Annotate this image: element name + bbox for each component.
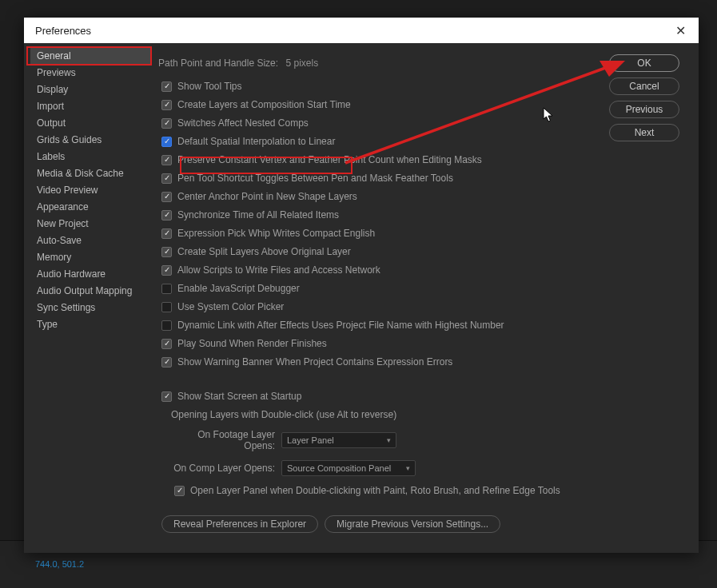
double-click-subtitle: Opening Layers with Double-click (use Al… (171, 409, 691, 420)
checkbox-label: Expression Pick Whip Writes Compact Engl… (177, 228, 375, 239)
sidebar-item-labels[interactable]: Labels (30, 149, 150, 165)
checkbox-icon (161, 302, 172, 312)
comp-layer-select[interactable]: Source Composition Panel ▾ (281, 460, 416, 476)
ok-button[interactable]: OK (609, 54, 679, 72)
checkbox-icon (161, 265, 172, 276)
checkbox-icon (161, 391, 172, 402)
sidebar-item-import[interactable]: Import (30, 98, 150, 115)
checkbox-label: Dynamic Link with After Effects Uses Pro… (177, 320, 504, 331)
sidebar-item-display[interactable]: Display (30, 81, 150, 98)
checkbox-icon (161, 137, 172, 147)
previous-button[interactable]: Previous (609, 101, 679, 118)
checkbox-label: Synchronize Time of All Related Items (177, 209, 339, 220)
select-value: Source Composition Panel (287, 463, 391, 473)
option-checkbox-9[interactable]: Create Split Layers Above Original Layer (161, 246, 691, 257)
checkbox-label: Pen Tool Shortcut Toggles Between Pen an… (177, 173, 453, 184)
sidebar-item-audio-output-mapping[interactable]: Audio Output Mapping (30, 283, 150, 300)
option-checkbox-6[interactable]: Center Anchor Point in New Shape Layers (161, 191, 691, 202)
sidebar-item-video-preview[interactable]: Video Preview (30, 182, 150, 199)
checkbox-label: Create Split Layers Above Original Layer (177, 246, 351, 257)
checkbox-icon (161, 247, 172, 257)
option-checkbox-10[interactable]: Allow Scripts to Write Files and Access … (161, 264, 691, 276)
select-value: Layer Panel (287, 435, 334, 445)
dialog-action-buttons: OK Cancel Previous Next (609, 54, 687, 147)
close-icon: ✕ (675, 23, 686, 38)
checkbox-label: Show Tool Tips (177, 81, 242, 92)
preferences-content: OK Cancel Previous Next Path Point and H… (150, 43, 699, 553)
sidebar-item-appearance[interactable]: Appearance (30, 199, 150, 216)
option-checkbox-5[interactable]: Pen Tool Shortcut Toggles Between Pen an… (161, 173, 691, 184)
option-checkbox-15[interactable]: Show Warning Banner When Project Contain… (161, 356, 691, 368)
path-point-value[interactable]: 5 pixels (285, 58, 318, 69)
comp-layer-label: On Comp Layer Opens: (173, 463, 281, 474)
sidebar-item-memory[interactable]: Memory (30, 249, 150, 266)
sidebar-item-media-disk-cache[interactable]: Media & Disk Cache (30, 165, 150, 182)
preferences-sidebar: GeneralPreviewsDisplayImportOutputGrids … (24, 43, 150, 553)
next-button[interactable]: Next (609, 124, 679, 141)
checkbox-icon (161, 339, 172, 349)
sidebar-item-new-project[interactable]: New Project (30, 216, 150, 232)
checkbox-icon (161, 81, 172, 92)
option-checkbox-4[interactable]: Preserve Constant Vertex and Feather Poi… (161, 154, 691, 165)
sidebar-item-sync-settings[interactable]: Sync Settings (30, 300, 150, 316)
close-button[interactable]: ✕ (671, 22, 689, 39)
option-checkbox-8[interactable]: Expression Pick Whip Writes Compact Engl… (161, 228, 691, 239)
option-checkbox-13[interactable]: Dynamic Link with After Effects Uses Pro… (161, 320, 691, 331)
preferences-dialog: Preferences ✕ GeneralPreviewsDisplayImpo… (24, 18, 699, 553)
checkbox-icon (161, 320, 172, 331)
path-point-label: Path Point and Handle Size: (158, 58, 278, 69)
checkbox-icon (161, 118, 172, 129)
checkbox-icon (161, 357, 172, 368)
checkbox-icon (161, 155, 172, 165)
checkbox-icon (161, 173, 172, 184)
timeline-coordinates: 744.0, 501.2 (35, 559, 84, 569)
checkbox-icon (161, 284, 172, 294)
checkbox-label: Switches Affect Nested Comps (177, 117, 309, 129)
reveal-preferences-button[interactable]: Reveal Preferences in Explorer (161, 515, 318, 533)
sidebar-item-previews[interactable]: Previews (30, 65, 150, 81)
open-layer-panel-dblclick-checkbox[interactable]: Open Layer Panel when Double-clicking wi… (174, 485, 691, 496)
checkbox-icon (161, 100, 172, 110)
sidebar-item-output[interactable]: Output (30, 115, 150, 132)
checkbox-label: Show Warning Banner When Project Contain… (177, 356, 452, 368)
footage-layer-label: On Footage Layer Opens: (173, 429, 281, 451)
chevron-down-icon: ▾ (387, 436, 391, 444)
sidebar-item-grids-guides[interactable]: Grids & Guides (30, 132, 150, 149)
sidebar-item-type[interactable]: Type (30, 316, 150, 333)
sidebar-item-general[interactable]: General (30, 48, 150, 65)
option-checkbox-12[interactable]: Use System Color Picker (161, 301, 691, 312)
checkbox-icon (161, 192, 172, 202)
checkbox-label: Show Start Screen at Startup (177, 391, 301, 402)
checkbox-label: Use System Color Picker (177, 301, 284, 312)
sidebar-item-audio-hardware[interactable]: Audio Hardware (30, 266, 150, 283)
option-checkbox-11[interactable]: Enable JavaScript Debugger (161, 283, 691, 294)
checkbox-label: Allow Scripts to Write Files and Access … (177, 264, 380, 276)
checkbox-icon (161, 228, 172, 239)
dialog-title: Preferences (35, 25, 91, 37)
checkbox-label: Preserve Constant Vertex and Feather Poi… (177, 154, 482, 165)
dialog-titlebar: Preferences ✕ (24, 18, 699, 43)
checkbox-icon (161, 210, 172, 220)
checkbox-icon (174, 486, 185, 496)
option-checkbox-7[interactable]: Synchronize Time of All Related Items (161, 209, 691, 220)
footage-layer-opens-row: On Footage Layer Opens: Layer Panel ▾ (173, 429, 691, 451)
comp-layer-opens-row: On Comp Layer Opens: Source Composition … (173, 460, 691, 476)
migrate-settings-button[interactable]: Migrate Previous Version Settings... (325, 515, 500, 533)
show-start-screen-checkbox[interactable]: Show Start Screen at Startup (161, 391, 691, 402)
checkbox-label: Create Layers at Composition Start Time (177, 99, 351, 110)
cancel-button[interactable]: Cancel (609, 77, 679, 95)
chevron-down-icon: ▾ (406, 464, 410, 472)
footage-layer-select[interactable]: Layer Panel ▾ (281, 432, 396, 448)
checkbox-label: Enable JavaScript Debugger (177, 283, 300, 294)
sidebar-item-auto-save[interactable]: Auto-Save (30, 232, 150, 249)
checkbox-label: Center Anchor Point in New Shape Layers (177, 191, 357, 202)
checkbox-label: Play Sound When Render Finishes (177, 338, 327, 349)
option-checkbox-14[interactable]: Play Sound When Render Finishes (161, 338, 691, 349)
checkbox-label: Open Layer Panel when Double-clicking wi… (190, 485, 560, 496)
checkbox-label: Default Spatial Interpolation to Linear (177, 136, 335, 147)
